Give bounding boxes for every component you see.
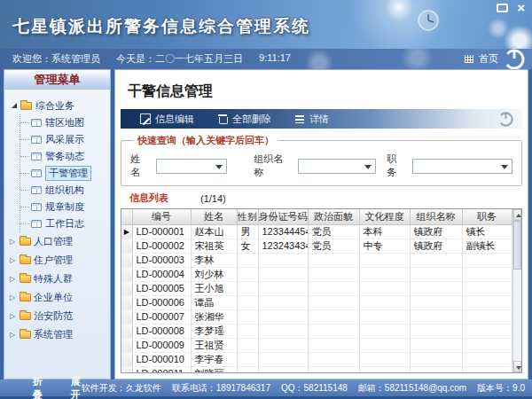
developer-text: 软件开发：久龙软件: [82, 382, 161, 395]
search-combobox[interactable]: [156, 159, 227, 174]
expander-collapsed-icon[interactable]: [10, 293, 17, 301]
cell-position: [462, 281, 512, 295]
power-icon[interactable]: [504, 49, 525, 70]
cell-name: 宋祖英: [191, 239, 237, 253]
column-header[interactable]: 组织名称: [410, 209, 462, 224]
table-row[interactable]: LD-000006 谭晶: [121, 295, 512, 309]
expander-collapsed-icon[interactable]: [10, 331, 17, 339]
cell-political-status: 党员: [308, 239, 359, 253]
table-row[interactable]: LD-000007 张湘华: [121, 309, 512, 324]
cell-gender: [237, 324, 258, 338]
title-bar: 七星镇派出所警务信息综合管理系统: [0, 0, 532, 49]
page-indicator: (1/14): [200, 193, 226, 204]
row-selector-cell: [121, 281, 132, 295]
cell-education: [359, 366, 410, 373]
cell-education: [359, 324, 410, 338]
expander-collapsed-icon[interactable]: [10, 256, 17, 264]
search-field: 职务: [387, 153, 512, 179]
search-combobox[interactable]: [412, 159, 512, 174]
search-field-label: 姓名: [130, 153, 149, 179]
scroll-up-icon[interactable]: [513, 209, 522, 221]
maximize-button[interactable]: [497, 4, 508, 12]
sidebar-folders: 人口管理 住户管理 特殊人群: [8, 232, 108, 344]
cell-position: [462, 253, 512, 267]
column-header[interactable]: 性别: [237, 209, 258, 224]
window-controls: [497, 3, 525, 13]
sidebar-subitem[interactable]: 工作日志: [20, 215, 108, 232]
home-link[interactable]: 首页: [479, 52, 498, 66]
close-button[interactable]: [517, 3, 525, 13]
sidebar-item-label: 治安防范: [34, 309, 73, 323]
grid-icon[interactable]: [465, 55, 473, 63]
cell-education: [359, 281, 410, 295]
column-header[interactable]: 姓名: [191, 209, 237, 224]
table-row[interactable]: LD-000002 宋祖英 女 123243434 党员 中专 镇政府 副镇长: [121, 239, 512, 253]
expander-collapsed-icon[interactable]: [10, 275, 17, 283]
toolbar-buttons: 信息编辑 全部删除 详情: [140, 113, 329, 126]
cell-position: [462, 366, 512, 373]
search-field: 组织名称: [254, 153, 376, 179]
toolbar-button[interactable]: 详情: [294, 113, 329, 126]
table-row[interactable]: LD-000008 李梦瑶: [121, 324, 512, 338]
date-text: 今天是：二〇一七年五月三日: [116, 52, 243, 66]
list-label: 信息列表: [129, 192, 168, 205]
toolbar-button-label: 全部删除: [232, 113, 271, 126]
table-row[interactable]: ▶ LD-000001 赵本山 男 123344454 党员 本科 镇政府 镇长: [121, 224, 512, 239]
sidebar-subitem[interactable]: 规章制度: [20, 199, 108, 215]
table-row[interactable]: LD-000005 王小旭: [121, 281, 512, 295]
table-row[interactable]: LD-000003 李林: [121, 253, 512, 267]
cell-political-status: [308, 366, 359, 373]
sidebar-item-label: 综合业务: [35, 99, 74, 113]
cell-id-card: [258, 338, 308, 352]
search-fields: 姓名 组织名称: [130, 153, 512, 179]
sidebar-item-root[interactable]: 综合业务: [8, 97, 108, 114]
cell-gender: [237, 253, 258, 267]
sidebar-item-folder[interactable]: 住户管理: [8, 251, 108, 270]
search-combobox[interactable]: [298, 159, 376, 174]
power-icon[interactable]: [498, 112, 513, 127]
column-header[interactable]: 文化程度: [359, 209, 410, 224]
toolbar-button[interactable]: 全部删除: [217, 113, 271, 126]
column-header[interactable]: 职务: [462, 209, 512, 224]
row-selector-cell: [121, 309, 132, 324]
time-text: 9:11:17: [259, 52, 291, 66]
chevron-down-icon: [215, 165, 223, 169]
toolbar-button[interactable]: 信息编辑: [140, 113, 194, 126]
cell-political-status: [308, 352, 359, 366]
sidebar-item-label: 组织机构: [45, 184, 84, 197]
table-row[interactable]: LD-000010 李宇春: [121, 352, 512, 366]
cell-id-card: [258, 253, 308, 267]
expander-expanded-icon[interactable]: [12, 103, 17, 108]
column-header[interactable]: 编号: [132, 209, 191, 224]
expander-collapsed-icon[interactable]: [10, 238, 17, 246]
cell-name: 刘少林: [191, 267, 237, 281]
expander-collapsed-icon[interactable]: [10, 312, 17, 320]
search-field-label: 组织名称: [254, 153, 291, 179]
folder-icon: [20, 312, 31, 320]
sidebar-item-folder[interactable]: 治安防范: [8, 307, 108, 325]
cell-gender: [237, 309, 258, 324]
column-header[interactable]: 身份证号码: [258, 209, 308, 224]
sidebar-item-label: 工作日志: [45, 217, 84, 231]
sidebar-subitem[interactable]: 辖区地图: [20, 114, 108, 131]
collapse-button[interactable]: 折叠: [32, 375, 43, 399]
table-row[interactable]: LD-000011 刘晓丽: [121, 366, 512, 373]
sidebar-subitem[interactable]: 警务动态: [20, 148, 108, 165]
scrollbar-thumb[interactable]: [513, 221, 522, 270]
version-text: 版本号：9.0: [477, 382, 525, 395]
expand-button[interactable]: 展开: [70, 375, 82, 399]
sidebar-item-folder[interactable]: 人口管理: [8, 232, 108, 251]
table-row[interactable]: LD-000009 王祖贤: [121, 338, 512, 352]
sidebar-item-folder[interactable]: 企业单位: [8, 288, 108, 307]
sidebar-subitems: 辖区地图 风采展示 警务动态: [20, 114, 108, 232]
sidebar-subitem[interactable]: 干警管理: [20, 165, 108, 182]
scroll-down-icon[interactable]: [513, 361, 522, 372]
sidebar-item-folder[interactable]: 特殊人群: [8, 270, 108, 288]
sidebar-subitem[interactable]: 风采展示: [20, 131, 108, 148]
column-header[interactable]: 政治面貌: [308, 209, 359, 224]
vertical-scrollbar[interactable]: [512, 209, 522, 372]
sidebar-subitem[interactable]: 组织机构: [20, 182, 108, 199]
sidebar-item-folder[interactable]: 系统管理: [8, 325, 108, 344]
table-row[interactable]: LD-000004 刘少林: [121, 267, 512, 281]
folder-icon: [20, 102, 32, 110]
